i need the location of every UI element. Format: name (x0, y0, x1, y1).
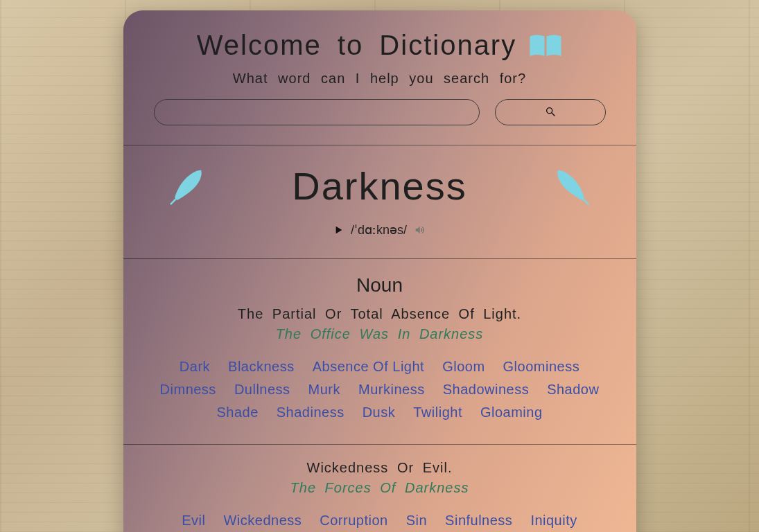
synonym-link[interactable]: Sinfulness (445, 513, 512, 529)
play-icon[interactable] (334, 225, 344, 235)
subtitle: What word can I help you search for? (144, 71, 616, 87)
volume-icon[interactable] (414, 224, 425, 236)
synonym-link[interactable]: Blackness (228, 359, 295, 375)
search-button[interactable] (495, 99, 606, 125)
synonym-link[interactable]: Shadowiness (443, 382, 529, 398)
title-row: Welcome to Dictionary (144, 30, 616, 61)
synonym-link[interactable]: Absence Of Light (313, 359, 424, 375)
synonym-link[interactable]: Murkiness (358, 382, 425, 398)
page-title: Welcome to Dictionary (197, 30, 516, 61)
feather-icon-left (168, 166, 209, 206)
definition: The Partial Or Total Absence Of Light. (144, 306, 616, 322)
synonym-list: EvilWickednessCorruptionSinSinfulnessIni… (144, 513, 616, 532)
synonym-link[interactable]: Shadow (547, 382, 599, 398)
synonym-link[interactable]: Twilight (413, 405, 462, 420)
feather-icon-right (550, 166, 591, 206)
synonym-link[interactable]: Iniquity (530, 513, 577, 529)
synonym-link[interactable]: Shadiness (277, 405, 344, 420)
synonym-link[interactable]: Dimness (160, 382, 216, 398)
synonym-link[interactable]: Gloom (442, 359, 485, 375)
synonym-link[interactable]: Sin (406, 513, 427, 529)
svg-line-1 (552, 113, 555, 116)
senses: NounThe Partial Or Total Absence Of Ligh… (123, 259, 636, 532)
part-of-speech: Noun (144, 274, 616, 296)
example: The Office Was In Darkness (144, 326, 616, 342)
synonym-link[interactable]: Gloominess (503, 359, 580, 375)
synonym-link[interactable]: Dullness (234, 382, 290, 398)
synonym-link[interactable]: Murk (308, 382, 340, 398)
synonym-link[interactable]: Corruption (320, 513, 387, 529)
header: Welcome to Dictionary What word can I he… (123, 30, 636, 139)
pronunciation-text: /ˈdɑːknəs/ (351, 222, 407, 238)
sense-block: NounThe Partial Or Total Absence Of Ligh… (123, 259, 636, 438)
headword: Darkness (292, 163, 467, 209)
synonym-link[interactable]: Dark (180, 359, 210, 375)
search-icon (545, 106, 556, 119)
synonym-link[interactable]: Evil (182, 513, 205, 529)
synonym-link[interactable]: Dusk (363, 405, 396, 420)
synonym-link[interactable]: Shade (216, 405, 258, 420)
dictionary-card: Welcome to Dictionary What word can I he… (123, 10, 636, 532)
word-block: Darkness /ˈdɑːknəs/ (123, 145, 636, 253)
synonym-list: DarkBlacknessAbsence Of LightGloomGloomi… (144, 359, 616, 420)
search-input[interactable] (154, 99, 480, 125)
synonym-link[interactable]: Gloaming (480, 405, 543, 420)
svg-point-0 (546, 107, 552, 113)
word-row: Darkness (144, 163, 616, 209)
example: The Forces Of Darkness (144, 480, 616, 496)
search-row (144, 99, 616, 125)
sense-block: Wickedness Or Evil.The Forces Of Darknes… (123, 445, 636, 532)
pronunciation-row: /ˈdɑːknəs/ (144, 222, 616, 238)
definition: Wickedness Or Evil. (144, 460, 616, 476)
synonym-link[interactable]: Wickedness (223, 513, 302, 529)
book-icon (529, 32, 562, 60)
